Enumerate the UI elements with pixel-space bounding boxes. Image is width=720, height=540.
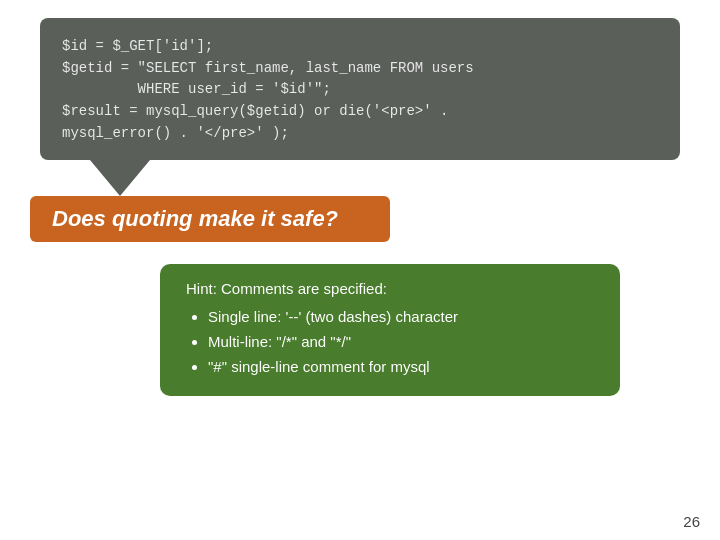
code-text: $id = $_GET['id']; $getid = "SELECT firs… <box>62 36 658 144</box>
slide: $id = $_GET['id']; $getid = "SELECT firs… <box>0 0 720 540</box>
code-block: $id = $_GET['id']; $getid = "SELECT firs… <box>40 18 680 160</box>
hint-item-1: Single line: '--' (two dashes) character <box>208 305 594 330</box>
question-banner: Does quoting make it safe? <box>30 196 390 242</box>
hint-list: Single line: '--' (two dashes) character… <box>186 305 594 379</box>
callout-arrow <box>90 160 150 196</box>
question-text: Does quoting make it safe? <box>52 206 338 231</box>
hint-box: Hint: Comments are specified: Single lin… <box>160 264 620 395</box>
hint-item-2: Multi-line: "/*" and "*/" <box>208 330 594 355</box>
page-number: 26 <box>683 513 700 530</box>
hint-title: Hint: Comments are specified: <box>186 280 594 297</box>
hint-item-3: "#" single-line comment for mysql <box>208 355 594 380</box>
